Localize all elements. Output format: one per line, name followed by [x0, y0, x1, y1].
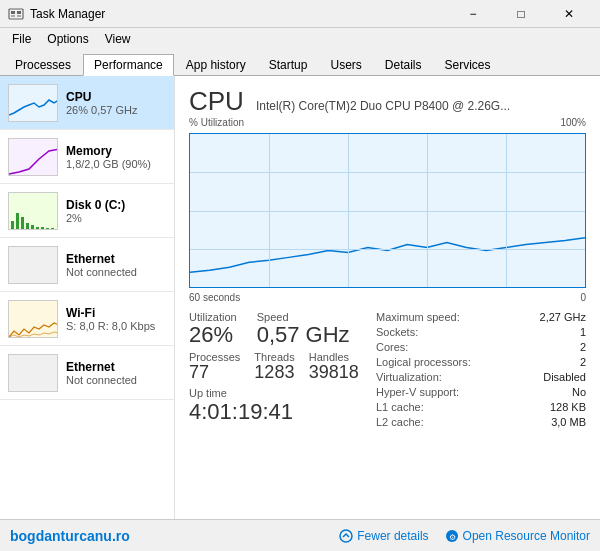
spec-l2: L2 cache: 3,0 MB	[376, 416, 586, 428]
speed-block: Speed 0,57 GHz	[257, 311, 350, 347]
uptime-block: Up time 4:01:19:41	[189, 387, 376, 425]
handles-value: 39818	[309, 363, 359, 383]
right-specs: Maximum speed: 2,27 GHz Sockets: 1 Cores…	[376, 311, 586, 431]
minimize-button[interactable]: −	[450, 0, 496, 28]
open-monitor-link[interactable]: ⚙ Open Resource Monitor	[445, 529, 590, 543]
svg-point-20	[340, 530, 352, 542]
tab-users[interactable]: Users	[319, 53, 372, 75]
threads-block: Threads 1283	[254, 351, 294, 383]
tab-details[interactable]: Details	[374, 53, 433, 75]
cpu-sidebar-info: CPU 26% 0,57 GHz	[66, 90, 166, 116]
svg-rect-14	[41, 227, 44, 229]
wifi-sidebar-info: Wi-Fi S: 8,0 R: 8,0 Kbps	[66, 306, 166, 332]
open-monitor-label: Open Resource Monitor	[463, 529, 590, 543]
svg-rect-17	[9, 247, 58, 284]
sidebar-item-ethernet2[interactable]: Ethernet Not connected	[0, 346, 174, 400]
bottom-bar: bogdanturcanu.ro Fewer details ⚙ Open Re…	[0, 519, 600, 551]
svg-rect-8	[11, 221, 14, 229]
left-stats: Utilization 26% Speed 0,57 GHz Processes…	[189, 311, 376, 431]
graph-100-label: 100%	[560, 117, 586, 128]
graph-grid	[190, 134, 585, 287]
svg-rect-6	[9, 139, 58, 176]
cpu-sidebar-value: 26% 0,57 GHz	[66, 104, 166, 116]
ethernet1-mini-graph	[8, 246, 58, 284]
wifi-mini-graph	[8, 300, 58, 338]
spec-virtualization: Virtualization: Disabled	[376, 371, 586, 383]
memory-sidebar-name: Memory	[66, 144, 166, 158]
window-title: Task Manager	[30, 7, 450, 21]
cpu-sidebar-name: CPU	[66, 90, 166, 104]
spec-logical: Logical processors: 2	[376, 356, 586, 368]
svg-text:⚙: ⚙	[448, 532, 455, 541]
menu-file[interactable]: File	[4, 30, 39, 48]
utilization-value: 26%	[189, 323, 237, 347]
disk-sidebar-info: Disk 0 (C:) 2%	[66, 198, 166, 224]
menu-options[interactable]: Options	[39, 30, 96, 48]
svg-rect-10	[21, 217, 24, 229]
wifi-sidebar-value: S: 8,0 R: 8,0 Kbps	[66, 320, 166, 332]
wifi-sidebar-name: Wi-Fi	[66, 306, 166, 320]
window-controls: − □ ✕	[450, 0, 592, 28]
sidebar-item-ethernet1[interactable]: Ethernet Not connected	[0, 238, 174, 292]
graph-seconds-label: 60 seconds	[189, 292, 240, 303]
processes-value: 77	[189, 363, 240, 383]
maximize-button[interactable]: □	[498, 0, 544, 28]
sidebar-item-memory[interactable]: Memory 1,8/2,0 GB (90%)	[0, 130, 174, 184]
svg-rect-3	[11, 15, 15, 17]
tab-processes[interactable]: Processes	[4, 53, 82, 75]
fewer-details-label: Fewer details	[357, 529, 428, 543]
ethernet2-sidebar-name: Ethernet	[66, 360, 166, 374]
sidebar: CPU 26% 0,57 GHz Memory 1,8/2,0 GB (90%)	[0, 76, 175, 519]
svg-rect-11	[26, 223, 29, 229]
sidebar-item-wifi[interactable]: Wi-Fi S: 8,0 R: 8,0 Kbps	[0, 292, 174, 346]
ethernet1-sidebar-name: Ethernet	[66, 252, 166, 266]
cpu-mini-graph	[8, 84, 58, 122]
spec-cores: Cores: 2	[376, 341, 586, 353]
tab-services[interactable]: Services	[434, 53, 502, 75]
monitor-icon: ⚙	[445, 529, 459, 543]
stats-and-specs: Utilization 26% Speed 0,57 GHz Processes…	[189, 311, 586, 431]
speed-value: 0,57 GHz	[257, 323, 350, 347]
tab-performance[interactable]: Performance	[83, 54, 174, 76]
graph-wrapper: % Utilization 100%	[189, 133, 586, 303]
close-button[interactable]: ✕	[546, 0, 592, 28]
svg-rect-16	[51, 228, 54, 229]
sidebar-item-disk[interactable]: Disk 0 (C:) 2%	[0, 184, 174, 238]
ethernet2-sidebar-value: Not connected	[66, 374, 166, 386]
uptime-label: Up time	[189, 387, 376, 399]
chevron-up-icon	[339, 529, 353, 543]
tab-app-history[interactable]: App history	[175, 53, 257, 75]
ethernet2-mini-graph	[8, 354, 58, 392]
disk-sidebar-value: 2%	[66, 212, 166, 224]
svg-rect-12	[31, 225, 34, 229]
spec-l1: L1 cache: 128 KB	[376, 401, 586, 413]
uptime-value: 4:01:19:41	[189, 399, 376, 425]
tabbar: Processes Performance App history Startu…	[0, 50, 600, 76]
svg-rect-9	[16, 213, 19, 229]
fewer-details-link[interactable]: Fewer details	[339, 529, 428, 543]
tab-startup[interactable]: Startup	[258, 53, 319, 75]
ethernet1-sidebar-info: Ethernet Not connected	[66, 252, 166, 278]
right-panel: CPU Intel(R) Core(TM)2 Duo CPU P8400 @ 2…	[175, 76, 600, 519]
sidebar-item-cpu[interactable]: CPU 26% 0,57 GHz	[0, 76, 174, 130]
ethernet1-sidebar-value: Not connected	[66, 266, 166, 278]
ethernet2-sidebar-info: Ethernet Not connected	[66, 360, 166, 386]
cpu-title: CPU	[189, 86, 244, 117]
graph-zero-label: 0	[580, 292, 586, 303]
menu-view[interactable]: View	[97, 30, 139, 48]
app-icon	[8, 6, 24, 22]
svg-rect-19	[9, 355, 58, 392]
graph-pct-label: % Utilization	[189, 117, 244, 128]
graph-bottom-labels: 60 seconds 0	[189, 292, 586, 303]
svg-rect-13	[36, 227, 39, 229]
memory-mini-graph	[8, 138, 58, 176]
titlebar: Task Manager − □ ✕	[0, 0, 600, 28]
spec-sockets: Sockets: 1	[376, 326, 586, 338]
disk-mini-graph	[8, 192, 58, 230]
cpu-header: CPU Intel(R) Core(TM)2 Duo CPU P8400 @ 2…	[189, 86, 586, 117]
memory-sidebar-info: Memory 1,8/2,0 GB (90%)	[66, 144, 166, 170]
threads-value: 1283	[254, 363, 294, 383]
svg-rect-2	[17, 11, 21, 14]
cpu-graph	[189, 133, 586, 288]
svg-rect-1	[11, 11, 15, 14]
